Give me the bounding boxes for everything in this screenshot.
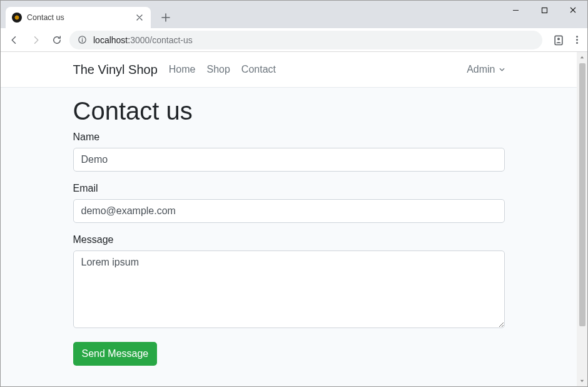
minimize-button[interactable] — [501, 1, 530, 19]
page: The Vinyl Shop Home Shop Contact Admin — [1, 52, 577, 386]
name-label: Name — [73, 132, 505, 143]
browser-toolbar: localhost:3000/contact-us — [1, 28, 587, 52]
svg-point-2 — [81, 38, 83, 39]
close-window-button[interactable] — [559, 1, 587, 19]
svg-point-4 — [557, 38, 560, 40]
main-content: Contact us Name Email Message Lorem ipsu… — [73, 87, 505, 384]
reload-button[interactable] — [48, 31, 66, 49]
close-tab-button[interactable] — [134, 13, 144, 23]
tab-title: Contact us — [27, 13, 129, 22]
svg-rect-0 — [542, 8, 547, 13]
address-bar[interactable]: localhost:3000/contact-us — [69, 31, 542, 49]
new-tab-button[interactable] — [157, 9, 175, 26]
site-navbar: The Vinyl Shop Home Shop Contact Admin — [1, 52, 577, 87]
site-info-icon[interactable] — [77, 35, 87, 45]
page-title: Contact us — [73, 97, 505, 125]
scroll-track[interactable] — [579, 63, 585, 376]
browser-tab[interactable]: Contact us — [6, 7, 151, 28]
brand[interactable]: The Vinyl Shop — [73, 63, 158, 77]
toolbar-right — [546, 34, 582, 46]
email-input[interactable] — [73, 199, 505, 223]
viewport: The Vinyl Shop Home Shop Contact Admin — [1, 52, 587, 386]
vertical-scrollbar[interactable] — [577, 52, 587, 386]
titlebar: Contact us — [1, 1, 587, 28]
chevron-down-icon — [499, 68, 505, 71]
window-controls — [501, 1, 587, 19]
email-label: Email — [73, 183, 505, 194]
nav-left: The Vinyl Shop Home Shop Contact — [73, 63, 276, 77]
profile-icon[interactable] — [552, 34, 565, 46]
page-body: The Vinyl Shop Home Shop Contact Admin — [1, 52, 577, 386]
scroll-thumb[interactable] — [579, 63, 585, 326]
name-input[interactable] — [73, 148, 505, 172]
nav-link-contact[interactable]: Contact — [241, 64, 276, 75]
email-field-group: Email — [73, 183, 505, 223]
admin-dropdown[interactable]: Admin — [467, 64, 504, 75]
maximize-button[interactable] — [530, 1, 559, 19]
admin-label: Admin — [467, 64, 495, 75]
scroll-down-arrow-icon[interactable] — [577, 376, 587, 386]
url-text: localhost:3000/contact-us — [93, 35, 193, 45]
back-button[interactable] — [6, 31, 23, 49]
message-field-group: Message Lorem ipsum — [73, 234, 505, 331]
browser-menu-button[interactable] — [571, 34, 582, 46]
message-textarea[interactable]: Lorem ipsum — [73, 250, 505, 328]
forward-button[interactable] — [27, 31, 44, 49]
svg-rect-3 — [555, 36, 562, 44]
nav-link-shop[interactable]: Shop — [206, 64, 230, 75]
message-label: Message — [73, 234, 505, 245]
send-message-button[interactable]: Send Message — [73, 342, 158, 366]
scroll-up-arrow-icon[interactable] — [577, 52, 587, 63]
browser-window: Contact us — [0, 0, 588, 387]
nav-link-home[interactable]: Home — [169, 64, 196, 75]
vinyl-favicon-icon — [12, 13, 22, 23]
name-field-group: Name — [73, 132, 505, 172]
